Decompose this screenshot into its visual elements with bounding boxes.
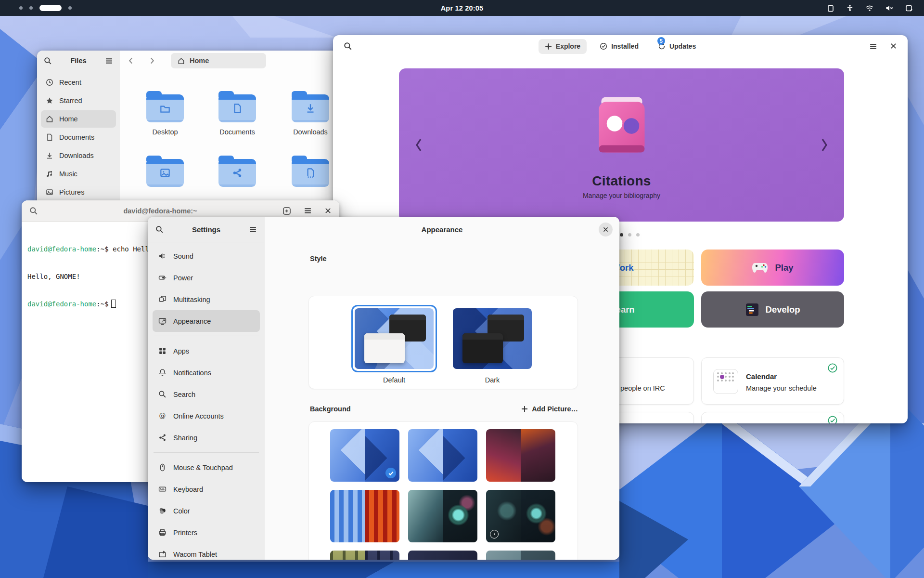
settings-item-appearance[interactable]: Appearance bbox=[153, 310, 260, 332]
search-icon[interactable] bbox=[44, 57, 52, 65]
sidebar-item-documents[interactable]: Documents bbox=[41, 129, 116, 146]
tab-updates[interactable]: 5 Updates bbox=[652, 39, 702, 54]
sidebar-item-home[interactable]: Home bbox=[41, 110, 116, 128]
files-toolbar: Home bbox=[120, 51, 344, 71]
wallpaper-thumb-fedora-blue-alt[interactable] bbox=[408, 429, 477, 482]
magnifier-icon bbox=[158, 390, 167, 398]
wallpaper-thumb-fedora-blue[interactable] bbox=[330, 429, 399, 482]
settings-panel: Appearance Style Default bbox=[265, 217, 619, 560]
sidebar-item-recent[interactable]: Recent bbox=[41, 74, 116, 91]
folder-public[interactable] bbox=[208, 159, 266, 193]
menu-icon[interactable] bbox=[304, 207, 312, 215]
close-icon[interactable] bbox=[324, 207, 332, 214]
document-icon bbox=[46, 133, 53, 141]
folder-desktop[interactable]: Desktop bbox=[136, 94, 194, 136]
share-nodes-icon bbox=[158, 434, 167, 442]
mouse-icon bbox=[158, 463, 167, 472]
style-option-dark[interactable]: Dark bbox=[449, 305, 535, 389]
category-develop[interactable]: Develop bbox=[701, 291, 844, 328]
forward-icon[interactable] bbox=[148, 56, 156, 65]
download-icon bbox=[46, 152, 53, 159]
search-icon[interactable] bbox=[344, 42, 352, 51]
back-icon[interactable] bbox=[127, 56, 135, 65]
tab-explore[interactable]: Explore bbox=[539, 39, 587, 54]
selected-check-icon bbox=[385, 468, 396, 478]
settings-item-notifications[interactable]: Notifications bbox=[153, 362, 260, 383]
search-icon[interactable] bbox=[155, 225, 164, 234]
clock[interactable]: Apr 12 20:05 bbox=[0, 4, 924, 12]
compass-sparkle-icon bbox=[545, 43, 552, 50]
settings-item-multitasking[interactable]: Multitasking bbox=[153, 289, 260, 310]
wallpaper-thumb-forest-painting[interactable] bbox=[330, 551, 399, 560]
tab-installed[interactable]: Installed bbox=[593, 39, 645, 54]
citations-app-icon bbox=[586, 89, 658, 166]
settings-sidebar-header: Settings bbox=[148, 217, 265, 242]
battery-icon bbox=[158, 274, 167, 282]
settings-item-online-accounts[interactable]: @ Online Accounts bbox=[153, 405, 260, 427]
settings-item-wacom-tablet[interactable]: Wacom Tablet bbox=[153, 543, 260, 560]
accessibility-icon[interactable] bbox=[846, 4, 854, 12]
sidebar-item-downloads[interactable]: Downloads bbox=[41, 147, 116, 164]
carousel-next-icon[interactable] bbox=[819, 137, 830, 153]
wallpaper-thumb-soap-bubble-dark[interactable] bbox=[486, 490, 555, 542]
wallpaper-thumb-soap-bubble[interactable] bbox=[408, 490, 477, 542]
settings-item-sound[interactable]: Sound bbox=[153, 245, 260, 267]
style-section-label: Style bbox=[310, 255, 327, 263]
folder-documents[interactable]: Documents bbox=[208, 94, 266, 136]
new-tab-icon[interactable] bbox=[282, 207, 291, 215]
settings-window: Settings Sound Power Multitasking bbox=[148, 217, 619, 560]
menu-icon[interactable] bbox=[869, 42, 877, 51]
settings-item-keyboard[interactable]: Keyboard bbox=[153, 478, 260, 500]
folder-icon bbox=[146, 94, 184, 122]
wallpaper-thumb-lava-waves[interactable] bbox=[486, 429, 555, 482]
sidebar-item-starred[interactable]: Starred bbox=[41, 92, 116, 109]
style-option-default[interactable]: Default bbox=[351, 305, 437, 389]
close-button[interactable] bbox=[599, 223, 613, 236]
add-picture-button[interactable]: Add Picture… bbox=[521, 405, 578, 413]
wallpaper-thumb-abstract-leaves[interactable] bbox=[486, 551, 555, 560]
volume-muted-icon[interactable] bbox=[886, 4, 894, 12]
speaker-icon bbox=[158, 252, 167, 260]
software-tabs: Explore Installed 5 Updates bbox=[539, 39, 702, 54]
app-tile-calendar[interactable]: Calendar Manage your schedule bbox=[701, 357, 844, 405]
wallpaper-thumb-paint-drips[interactable] bbox=[330, 490, 399, 542]
menu-icon[interactable] bbox=[105, 57, 113, 65]
settings-item-power[interactable]: Power bbox=[153, 267, 260, 289]
terminal-cursor bbox=[111, 300, 116, 308]
category-play[interactable]: Play bbox=[701, 250, 844, 286]
app-tile-partial[interactable] bbox=[701, 412, 844, 423]
app-tile-subtitle: Manage your schedule bbox=[746, 384, 817, 392]
banner-app-subtitle: Manage your bibliography bbox=[399, 192, 844, 199]
folder-templates[interactable] bbox=[282, 159, 339, 193]
featured-banner-citations[interactable]: Citations Manage your bibliography bbox=[399, 68, 844, 222]
battery-icon[interactable] bbox=[905, 4, 913, 12]
wallpaper-thumb-night-forest[interactable] bbox=[408, 551, 477, 560]
settings-item-mouse-touchpad[interactable]: Mouse & Touchpad bbox=[153, 457, 260, 478]
bell-icon bbox=[158, 368, 167, 377]
folder-icon bbox=[146, 159, 184, 187]
style-preview-default bbox=[355, 308, 434, 369]
settings-item-printers[interactable]: Printers bbox=[153, 522, 260, 543]
time-badge-clock-icon bbox=[490, 530, 499, 539]
settings-item-apps[interactable]: Apps bbox=[153, 340, 260, 362]
close-icon[interactable] bbox=[890, 42, 897, 51]
banner-app-title: Citations bbox=[399, 173, 844, 189]
settings-item-sharing[interactable]: Sharing bbox=[153, 427, 260, 448]
installed-check-icon bbox=[827, 415, 838, 423]
carousel-prev-icon[interactable] bbox=[413, 137, 424, 153]
folder-pictures[interactable] bbox=[136, 159, 194, 193]
settings-item-color[interactable]: Color bbox=[153, 500, 260, 522]
system-status-area[interactable] bbox=[827, 4, 913, 12]
folder-downloads[interactable]: Downloads bbox=[282, 94, 339, 136]
settings-panel-header: Appearance bbox=[265, 217, 619, 242]
wifi-icon[interactable] bbox=[865, 4, 874, 12]
sidebar-item-pictures[interactable]: Pictures bbox=[41, 184, 116, 201]
home-icon bbox=[178, 57, 185, 65]
breadcrumb[interactable]: Home bbox=[171, 53, 266, 68]
menu-icon[interactable] bbox=[249, 225, 257, 234]
settings-item-search[interactable]: Search bbox=[153, 383, 260, 405]
sidebar-item-music[interactable]: Music bbox=[41, 165, 116, 183]
clipboard-icon[interactable] bbox=[827, 4, 834, 12]
search-icon[interactable] bbox=[29, 207, 38, 215]
settings-sidebar-list: Sound Power Multitasking Appearance bbox=[148, 242, 265, 560]
